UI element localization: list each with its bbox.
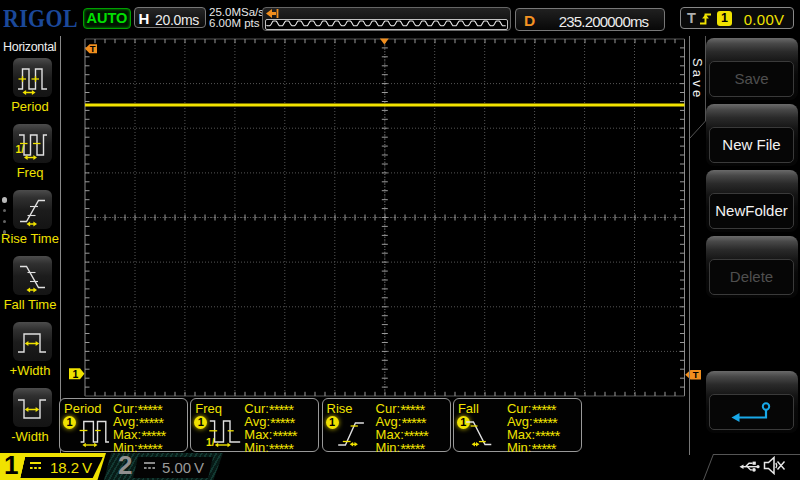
svg-text:T: T <box>693 369 699 380</box>
svg-text:T: T <box>90 43 96 54</box>
svg-text:1: 1 <box>73 368 79 380</box>
svg-text:1/: 1/ <box>206 436 215 448</box>
svg-text:1/: 1/ <box>15 143 24 155</box>
